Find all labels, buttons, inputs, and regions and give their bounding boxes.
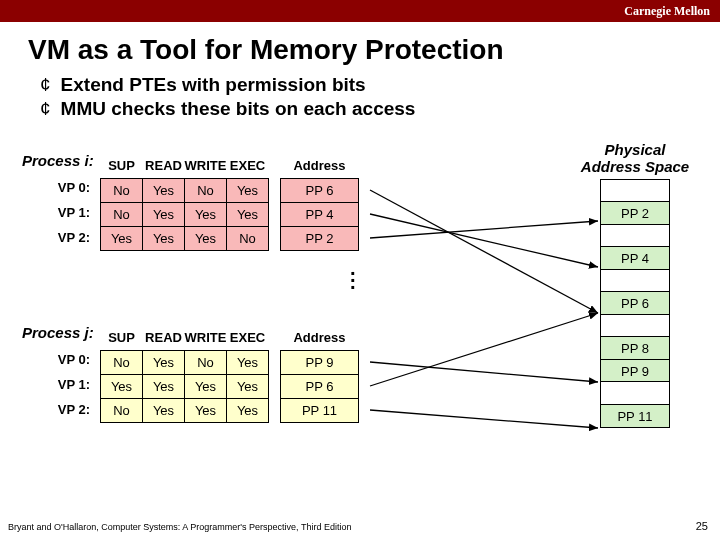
col-exec: EXEC: [227, 154, 269, 178]
phys-page: PP 9: [600, 359, 670, 383]
diagram: Process i: VP 0: VP 1: VP 2: SUP READ WR…: [0, 150, 720, 490]
col-addr: Address: [281, 154, 359, 178]
svg-line-4: [370, 313, 598, 386]
svg-line-3: [370, 362, 598, 382]
svg-line-1: [370, 214, 598, 267]
process-i-label: Process i:: [22, 152, 94, 169]
process-i-vp-labels: VP 0: VP 1: VP 2:: [40, 180, 90, 255]
bullet-list: Extend PTEs with permission bits MMU che…: [40, 74, 720, 120]
phys-space: PP 2 PP 4 PP 6 PP 8 PP 9 PP 11: [600, 180, 670, 428]
phys-page: PP 6: [600, 291, 670, 315]
vp-label: VP 2:: [40, 402, 90, 427]
vp-label: VP 2:: [40, 230, 90, 255]
process-i-table: SUP READ WRITE EXEC Address NoYesNoYesPP…: [100, 154, 359, 251]
col-write: WRITE: [185, 326, 227, 350]
col-exec: EXEC: [227, 326, 269, 350]
col-read: READ: [143, 326, 185, 350]
table-row: NoYesNoYesPP 6: [101, 178, 359, 202]
col-sup: SUP: [101, 154, 143, 178]
table-row: NoYesNoYesPP 9: [101, 350, 359, 374]
phys-page: [600, 179, 670, 203]
table-row: NoYesYesYesPP 4: [101, 202, 359, 226]
svg-line-0: [370, 190, 598, 313]
phys-page: [600, 269, 670, 293]
svg-line-5: [370, 410, 598, 428]
process-j-label: Process j:: [22, 324, 94, 341]
table-row: YesYesYesNoPP 2: [101, 226, 359, 250]
phys-page: [600, 314, 670, 338]
process-j-vp-labels: VP 0: VP 1: VP 2:: [40, 352, 90, 427]
bullet-item: MMU checks these bits on each access: [40, 98, 720, 120]
phys-page: PP 4: [600, 246, 670, 270]
brand-label: Carnegie Mellon: [624, 4, 710, 19]
vp-label: VP 0:: [40, 352, 90, 377]
page-number: 25: [696, 520, 708, 532]
phys-page: PP 2: [600, 201, 670, 225]
phys-space-label: PhysicalAddress Space: [575, 142, 695, 175]
col-write: WRITE: [185, 154, 227, 178]
vp-label: VP 0:: [40, 180, 90, 205]
svg-line-2: [370, 221, 598, 238]
slide-title: VM as a Tool for Memory Protection: [28, 34, 720, 66]
header-bar: Carnegie Mellon: [0, 0, 720, 22]
phys-page: [600, 224, 670, 248]
process-j-table: SUP READ WRITE EXEC Address NoYesNoYesPP…: [100, 326, 359, 423]
table-row: NoYesYesYesPP 11: [101, 398, 359, 422]
table-row: YesYesYesYesPP 6: [101, 374, 359, 398]
phys-page: PP 8: [600, 336, 670, 360]
footer-text: Bryant and O'Hallaron, Computer Systems:…: [8, 522, 351, 532]
phys-page: PP 11: [600, 404, 670, 428]
vp-label: VP 1:: [40, 205, 90, 230]
col-read: READ: [143, 154, 185, 178]
bullet-item: Extend PTEs with permission bits: [40, 74, 720, 96]
col-addr: Address: [281, 326, 359, 350]
vp-label: VP 1:: [40, 377, 90, 402]
phys-page: [600, 381, 670, 405]
vdots-icon: ...: [350, 265, 356, 286]
col-sup: SUP: [101, 326, 143, 350]
